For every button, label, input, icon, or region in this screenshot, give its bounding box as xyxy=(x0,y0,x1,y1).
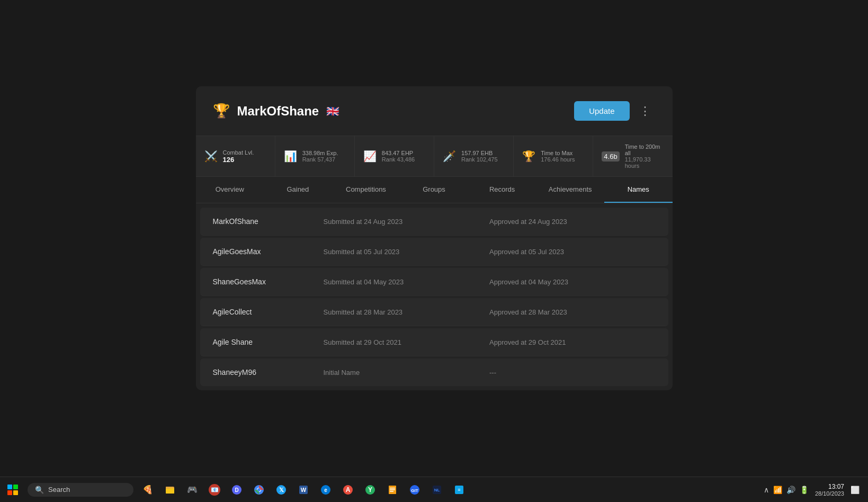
volume-icon[interactable]: 🔊 xyxy=(786,486,795,494)
ehp-label: 843.47 EHP xyxy=(382,150,415,156)
tab-names[interactable]: Names xyxy=(604,177,673,203)
main-area: 🏆 MarkOfShane 🇬🇧 Update ⋮ ⚔️ Combat Lvl.… xyxy=(0,0,868,477)
ehb-label: 157.97 EHB xyxy=(461,150,498,156)
name-value: ShaneGoesMax xyxy=(213,277,324,286)
taskbar-app-minecraft[interactable]: 🎮 xyxy=(182,480,202,500)
flag-icon: 🇬🇧 xyxy=(326,105,339,118)
name-row: AgileGoesMax Submitted at 05 Jul 2023 Ap… xyxy=(200,238,668,266)
taskbar-app-notes[interactable] xyxy=(382,480,402,500)
submitted-date: Submitted at 05 Jul 2023 xyxy=(324,248,490,256)
tab-groups[interactable]: Groups xyxy=(400,177,468,203)
profile-header: 🏆 MarkOfShane 🇬🇧 Update ⋮ xyxy=(196,86,673,136)
windows-icon xyxy=(7,485,18,495)
tab-gained[interactable]: Gained xyxy=(264,177,332,203)
name-value: AgileGoesMax xyxy=(213,247,324,256)
svg-point-7 xyxy=(257,488,261,491)
combat-icon: ⚔️ xyxy=(204,150,218,163)
name-value: AgileCollect xyxy=(213,308,324,316)
profile-header-right: Update ⋮ xyxy=(574,101,655,121)
taskbar-app-notifications[interactable]: 📧 xyxy=(204,480,225,500)
taskbar-app-blue[interactable]: ≡ xyxy=(449,480,469,500)
svg-text:NL: NL xyxy=(434,488,440,492)
svg-text:e: e xyxy=(324,487,327,493)
taskbar-app-files[interactable] xyxy=(160,480,180,500)
ehp-rank: Rank 43,486 xyxy=(382,156,415,163)
ehp-icon: 📈 xyxy=(363,150,377,163)
tab-records[interactable]: Records xyxy=(468,177,536,203)
systray: ∧ 📶 🔊 🔋 13:07 28/10/2023 ⬜ xyxy=(755,483,868,497)
update-button[interactable]: Update xyxy=(574,101,629,121)
names-table: MarkOfShane Submitted at 24 Aug 2023 App… xyxy=(196,208,673,386)
time-200m-label: Time to 200m all xyxy=(625,144,664,156)
submitted-date: Submitted at 24 Aug 2023 xyxy=(324,218,490,226)
submitted-date: Initial Name xyxy=(324,369,490,376)
svg-text:≡: ≡ xyxy=(458,487,460,492)
systray-icons: ∧ 📶 🔊 🔋 xyxy=(764,486,809,494)
clock[interactable]: 13:07 28/10/2023 xyxy=(815,483,844,497)
clock-time: 13:07 xyxy=(815,483,844,490)
name-row: Agile Shane Submitted at 29 Oct 2021 App… xyxy=(200,328,668,356)
svg-text:GIT: GIT xyxy=(411,488,418,493)
tab-achievements[interactable]: Achievements xyxy=(536,177,604,203)
profile-name: MarkOfShane xyxy=(237,104,319,119)
taskbar-app-x[interactable]: 𝕏 xyxy=(271,480,291,500)
stats-bar: ⚔️ Combat Lvl. 126 📊 338.98m Exp. Rank 5… xyxy=(196,136,673,177)
tab-competitions[interactable]: Competitions xyxy=(332,177,400,203)
taskbar-app-git[interactable]: GIT xyxy=(405,480,425,500)
svg-rect-1 xyxy=(166,488,174,494)
approved-date: Approved at 24 Aug 2023 xyxy=(489,218,656,226)
time-200m-icon: 4.6b xyxy=(602,151,619,162)
ehb-icon: 🗡️ xyxy=(443,150,456,163)
name-row: ShaneeyM96 Initial Name --- xyxy=(200,358,668,386)
svg-text:A: A xyxy=(346,486,351,494)
taskbar: 🔍 Search 🍕 🎮 📧 D xyxy=(0,477,868,502)
name-value: Agile Shane xyxy=(213,338,324,346)
search-label: Search xyxy=(48,486,70,494)
stat-time-200m: 4.6b Time to 200m all 11,970.33 hours xyxy=(593,136,672,176)
svg-rect-19 xyxy=(390,488,395,489)
taskbar-app-word[interactable]: W xyxy=(293,480,314,500)
notification-icon[interactable]: ⬜ xyxy=(851,486,860,494)
start-button[interactable] xyxy=(0,477,25,502)
stat-ehb: 🗡️ 157.97 EHB Rank 102,475 xyxy=(434,136,514,176)
svg-rect-2 xyxy=(166,487,169,489)
profile-card: 🏆 MarkOfShane 🇬🇧 Update ⋮ ⚔️ Combat Lvl.… xyxy=(196,86,673,390)
chevron-up-icon[interactable]: ∧ xyxy=(764,486,769,494)
taskbar-app-edge[interactable]: e xyxy=(316,480,336,500)
taskbar-app-emoji[interactable]: 🍕 xyxy=(138,480,158,500)
taskbar-app-discord[interactable]: D xyxy=(227,480,247,500)
approved-date: Approved at 04 May 2023 xyxy=(489,278,656,286)
trophy-icon: 🏆 xyxy=(213,103,230,119)
svg-text:D: D xyxy=(235,487,238,493)
combat-value: 126 xyxy=(223,156,254,164)
svg-text:𝕏: 𝕏 xyxy=(279,487,284,493)
svg-rect-20 xyxy=(390,489,395,490)
taskbar-app-chrome[interactable] xyxy=(249,480,269,500)
name-value: MarkOfShane xyxy=(213,217,324,226)
submitted-date: Submitted at 04 May 2023 xyxy=(324,278,490,286)
time-max-value: 176.46 hours xyxy=(541,156,575,163)
battery-icon[interactable]: 🔋 xyxy=(800,486,809,494)
svg-rect-21 xyxy=(390,491,393,492)
more-options-button[interactable]: ⋮ xyxy=(635,102,656,120)
taskbar-app-y[interactable]: Y xyxy=(360,480,380,500)
search-icon: 🔍 xyxy=(35,486,44,494)
stat-time-max: 🏆 Time to Max 176.46 hours xyxy=(514,136,593,176)
exp-label: 338.98m Exp. xyxy=(302,150,338,156)
approved-date: --- xyxy=(489,369,656,376)
svg-text:W: W xyxy=(301,487,307,493)
submitted-date: Submitted at 29 Oct 2021 xyxy=(324,338,490,346)
name-row: MarkOfShane Submitted at 24 Aug 2023 App… xyxy=(200,208,668,236)
approved-date: Approved at 29 Oct 2021 xyxy=(489,338,656,346)
wifi-icon[interactable]: 📶 xyxy=(773,486,782,494)
taskbar-search[interactable]: 🔍 Search xyxy=(28,483,133,497)
stat-combat: ⚔️ Combat Lvl. 126 xyxy=(196,136,275,176)
time-200m-value: 11,970.33 hours xyxy=(625,156,664,169)
taskbar-app-a[interactable]: A xyxy=(338,480,358,500)
approved-date: Approved at 05 Jul 2023 xyxy=(489,248,656,256)
profile-header-left: 🏆 MarkOfShane 🇬🇧 xyxy=(213,103,340,119)
taskbar-app-nl[interactable]: NL xyxy=(427,480,447,500)
tabs: Overview Gained Competitions Groups Reco… xyxy=(196,177,673,203)
tab-overview[interactable]: Overview xyxy=(196,177,264,203)
name-value: ShaneeyM96 xyxy=(213,368,324,376)
